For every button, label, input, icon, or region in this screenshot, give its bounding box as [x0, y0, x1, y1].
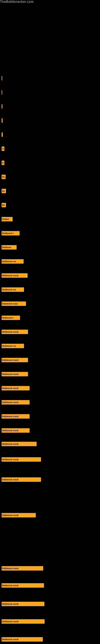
bar-label: Bottleneck result [2, 458, 18, 461]
bottleneck-bar [1, 132, 3, 137]
bar-label: Bottleneck r [2, 232, 14, 234]
bottleneck-bar: Bottleneck r [1, 231, 20, 236]
bottleneck-bar: Bottleneck res [1, 344, 24, 348]
bar-label: Bottleneck result [2, 274, 18, 277]
bar-label: Bottleneck result [2, 430, 18, 432]
bottleneck-bar: Bottleneck res [1, 259, 24, 264]
bottleneck-bar: Bottlen [1, 217, 13, 222]
bottleneck-bar [1, 104, 2, 109]
bottleneck-bar: Bottleneck result [1, 428, 30, 433]
bar-label: Bo [2, 204, 5, 206]
bottleneck-bar: Bottleneck result [1, 372, 28, 376]
bar-label: Bottleneck result [2, 514, 18, 516]
bottleneck-bar: Bo [1, 189, 6, 193]
bottleneck-bar: Bottleneck result [1, 602, 44, 606]
bottleneck-bar: Bottleneck result [1, 273, 28, 278]
bar-label: Bottleneck result [2, 620, 18, 623]
bottleneck-bar: Bottleneck result [1, 583, 44, 588]
bar-label: Bottleneck result [2, 567, 18, 570]
bottleneck-bar: Bottleneck result [1, 400, 30, 404]
bottleneck-bar: Bottleneck result [1, 619, 45, 624]
bottleneck-bar: Bottleneck result [1, 330, 28, 334]
bar-label: Bottleneck result [2, 638, 18, 640]
bar-label: Bottleneck result [2, 387, 18, 390]
bar-label: Bottleneck res [2, 345, 16, 347]
bar-label: Bottleneck result [2, 359, 18, 361]
bottleneck-bar: B [1, 160, 4, 165]
bar-label: B [2, 148, 3, 150]
bottleneck-bar: Bottleneck result [1, 386, 30, 390]
bar-label: Bottleneck r [2, 317, 14, 319]
bar-label: Bottleneck res [2, 260, 16, 263]
bottleneck-bar: Bottleneck result [1, 513, 36, 518]
bar-label: Bo [2, 176, 5, 178]
bottleneck-bar [1, 76, 2, 80]
bars-container: BBBoBoBoBottlenBottleneck rBottlenecBott… [0, 4, 100, 644]
bar-label: Bottlen [2, 218, 9, 220]
bottleneck-bar: Bottleneck result [1, 477, 41, 482]
bottleneck-bar: Bottleneck res [1, 288, 24, 292]
bar-label: Bottleneck result [2, 478, 18, 481]
bar-label: Bo [2, 190, 5, 192]
bottleneck-bar: Bottleneck result [1, 566, 43, 570]
bar-label: Bottleneck result [2, 443, 18, 445]
bottleneck-bar [1, 118, 2, 123]
bottleneck-bar: Bottleneck resul [1, 302, 26, 306]
bottleneck-bar: Bottleneck result [1, 414, 30, 418]
bar-label: Bottlenec [2, 246, 11, 248]
bar-label: Bottleneck resul [2, 303, 18, 305]
bottleneck-bar: Bo [1, 175, 6, 179]
bottleneck-bar: Bo [1, 203, 6, 207]
bar-label: Bottleneck result [2, 401, 18, 404]
bar-label: Bottleneck result [2, 416, 18, 418]
site-title: TheBottlenecker.com [0, 0, 100, 4]
bar-label: Bottleneck result [2, 373, 18, 375]
bar-label: Bottleneck result [2, 584, 18, 587]
bottleneck-bar: B [1, 146, 4, 151]
bar-label: Bottleneck res [2, 288, 16, 291]
bottleneck-bar: Bottleneck result [1, 442, 37, 446]
bar-label: Bottleneck result [2, 603, 18, 605]
bottleneck-bar: Bottlenec [1, 245, 17, 250]
bottleneck-bar [1, 90, 2, 94]
bottleneck-bar: Bottleneck result [1, 358, 28, 362]
bottleneck-bar: Bottleneck r [1, 316, 20, 320]
bar-label: Bottleneck result [2, 331, 18, 333]
bar-label: B [2, 162, 3, 164]
bottleneck-bar: Bottleneck result [1, 637, 43, 642]
bottleneck-bar: Bottleneck result [1, 457, 41, 462]
